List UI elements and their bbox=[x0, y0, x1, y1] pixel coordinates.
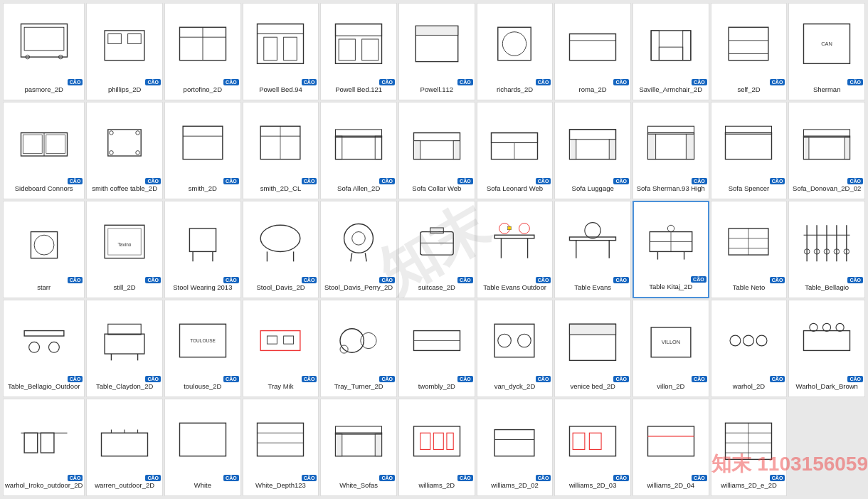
svg-rect-176 bbox=[647, 426, 694, 456]
svg-point-39 bbox=[136, 131, 140, 135]
item-badge-48: CÃO bbox=[379, 475, 395, 481]
item-20[interactable]: CÃOSofa Spencer bbox=[711, 102, 788, 199]
item-11[interactable]: CÃOSideboard Connors bbox=[3, 102, 85, 199]
item-41[interactable]: VILLONCÃOvillon_2D bbox=[633, 300, 709, 397]
item-21[interactable]: CÃOSofa_Donovan_2D_02 bbox=[788, 102, 865, 199]
item-35[interactable]: TOULOUSECÃOtoulouse_2D bbox=[164, 300, 241, 397]
item-6[interactable]: CÃOrichards_2D bbox=[477, 3, 554, 100]
item-badge-46: CÃO bbox=[223, 475, 239, 481]
svg-rect-165 bbox=[336, 434, 342, 456]
item-30[interactable]: CÃOTable Kitaj_2D bbox=[633, 201, 709, 298]
item-27[interactable]: CÃOsuitcase_2D bbox=[398, 201, 475, 298]
item-badge-26: CÃO bbox=[379, 277, 395, 283]
item-17[interactable]: CÃOSofa Leonard Web bbox=[477, 102, 554, 199]
item-label-26: Stool_Davis_Perry_2D bbox=[321, 282, 396, 298]
item-16[interactable]: CÃOSofa Collar Web bbox=[398, 102, 475, 199]
item-8[interactable]: CÃOSaville_Armchair_2D bbox=[633, 3, 709, 100]
item-label-0: pasmore_2D bbox=[4, 84, 84, 100]
item-34[interactable]: CÃOTable_Claydon_2D bbox=[86, 300, 163, 397]
item-thumb-40 bbox=[555, 300, 630, 381]
item-thumb-51 bbox=[555, 399, 630, 480]
item-31[interactable]: CÃOTable Neto bbox=[711, 201, 788, 298]
item-badge-39: CÃO bbox=[536, 376, 551, 382]
item-badge-38: CÃO bbox=[457, 376, 473, 382]
item-14[interactable]: CÃOsmith_2D_CL bbox=[243, 102, 319, 199]
item-thumb-48 bbox=[321, 399, 396, 480]
item-40[interactable]: CÃOvenice bed_2D bbox=[554, 300, 631, 397]
svg-rect-174 bbox=[573, 433, 585, 449]
svg-point-83 bbox=[344, 224, 374, 253]
item-badge-19: CÃO bbox=[692, 178, 707, 184]
item-28[interactable]: CÃOTable Evans Outdoor bbox=[477, 201, 554, 298]
item-33[interactable]: CÃOTable_Bellagio_Outdoor bbox=[3, 300, 85, 397]
item-25[interactable]: CÃOStool_Davis_2D bbox=[243, 201, 319, 298]
item-badge-35: CÃO bbox=[223, 376, 239, 382]
item-label-41: villon_2D bbox=[633, 381, 709, 396]
item-36[interactable]: CÃOTray Mik bbox=[243, 300, 319, 397]
item-45[interactable]: CÃOwarren_outdoor_2D bbox=[86, 399, 163, 496]
item-2[interactable]: CÃOportofino_2D bbox=[164, 3, 241, 100]
svg-point-80 bbox=[261, 225, 301, 251]
item-44[interactable]: CÃOwarhol_Iroko_outdoor_2D bbox=[3, 399, 85, 496]
item-18[interactable]: CÃOSofa Luggage bbox=[554, 102, 631, 199]
item-37[interactable]: CÃOTray_Turner_2D bbox=[320, 300, 397, 397]
item-22[interactable]: CÃOstarr bbox=[3, 201, 85, 298]
item-19[interactable]: CÃOSofa Sherman.93 High bbox=[633, 102, 709, 199]
item-50[interactable]: CÃOwilliams_2D_02 bbox=[477, 399, 554, 496]
item-4[interactable]: CÃOPowell Bed.121 bbox=[320, 3, 397, 100]
svg-rect-64 bbox=[647, 134, 655, 159]
item-9[interactable]: CÃOself_2D bbox=[711, 3, 788, 100]
item-badge-25: CÃO bbox=[302, 277, 317, 283]
svg-rect-15 bbox=[336, 24, 382, 36]
item-53[interactable]: CÃOwilliams_2D_e_2D bbox=[711, 399, 788, 496]
item-grid[interactable]: CÃOpasmore_2DCÃOphillips_2DCÃOportofino_… bbox=[0, 0, 868, 499]
item-0[interactable]: CÃOpasmore_2D bbox=[3, 3, 85, 100]
svg-point-134 bbox=[361, 332, 376, 348]
item-3[interactable]: CÃOPowell Bed.94 bbox=[243, 3, 319, 100]
item-badge-12: CÃO bbox=[145, 178, 161, 184]
item-badge-8: CÃO bbox=[692, 79, 707, 85]
item-15[interactable]: CÃOSofa Allen_2D bbox=[320, 102, 397, 199]
item-thumb-23: Tavino bbox=[87, 201, 162, 282]
svg-point-21 bbox=[503, 32, 526, 56]
svg-rect-27 bbox=[659, 47, 682, 61]
item-thumb-44 bbox=[4, 399, 84, 480]
item-thumb-47 bbox=[243, 399, 319, 480]
item-29[interactable]: CÃOTable Evans bbox=[554, 201, 631, 298]
item-thumb-42 bbox=[711, 300, 787, 381]
item-43[interactable]: CÃOWarhol_Dark_Brown bbox=[788, 300, 865, 397]
item-52[interactable]: CÃOwilliams_2D_04 bbox=[633, 399, 709, 496]
item-48[interactable]: CÃOWhite_Sofas bbox=[320, 399, 397, 496]
item-1[interactable]: CÃOphillips_2D bbox=[86, 3, 163, 100]
item-10[interactable]: CANCÃOSherman bbox=[788, 3, 865, 100]
item-label-44: warhol_Iroko_outdoor_2D bbox=[4, 480, 84, 495]
item-12[interactable]: CÃOsmith coffee table_2D bbox=[86, 102, 163, 199]
item-51[interactable]: CÃOwilliams_2D_03 bbox=[554, 399, 631, 496]
item-46[interactable]: CÃOWhite bbox=[164, 399, 241, 496]
item-badge-28: CÃO bbox=[536, 277, 551, 283]
item-thumb-7 bbox=[555, 4, 630, 84]
item-7[interactable]: CÃOroma_2D bbox=[554, 3, 631, 100]
item-13[interactable]: CÃOsmith_2D bbox=[164, 102, 241, 199]
svg-rect-0 bbox=[21, 24, 67, 57]
item-badge-24: CÃO bbox=[223, 277, 239, 283]
item-38[interactable]: CÃOtwombly_2D bbox=[398, 300, 475, 397]
item-5[interactable]: CÃOPowell.112 bbox=[398, 3, 475, 100]
item-24[interactable]: CÃOStool Wearing 2013 bbox=[164, 201, 241, 298]
svg-rect-88 bbox=[430, 228, 444, 233]
item-42[interactable]: CÃOwarhol_2D bbox=[711, 300, 788, 397]
item-label-37: Tray_Turner_2D bbox=[321, 381, 396, 396]
item-label-9: self_2D bbox=[711, 84, 787, 100]
item-49[interactable]: CÃOwilliams_2D bbox=[398, 399, 475, 496]
item-thumb-37 bbox=[321, 300, 396, 381]
item-thumb-17 bbox=[477, 103, 553, 183]
svg-point-105 bbox=[667, 225, 674, 231]
item-39[interactable]: CÃOvan_dyck_2D bbox=[477, 300, 554, 397]
item-26[interactable]: CÃOStool_Davis_Perry_2D bbox=[320, 201, 397, 298]
item-32[interactable]: CÃOTable_Bellagio bbox=[788, 201, 865, 298]
item-label-20: Sofa Spencer bbox=[711, 183, 787, 199]
item-label-14: smith_2D_CL bbox=[243, 183, 319, 199]
item-47[interactable]: CÃOWhite_Depth123 bbox=[243, 399, 319, 496]
item-23[interactable]: TavinoCÃOstill_2D bbox=[86, 201, 163, 298]
svg-rect-25 bbox=[651, 31, 659, 61]
